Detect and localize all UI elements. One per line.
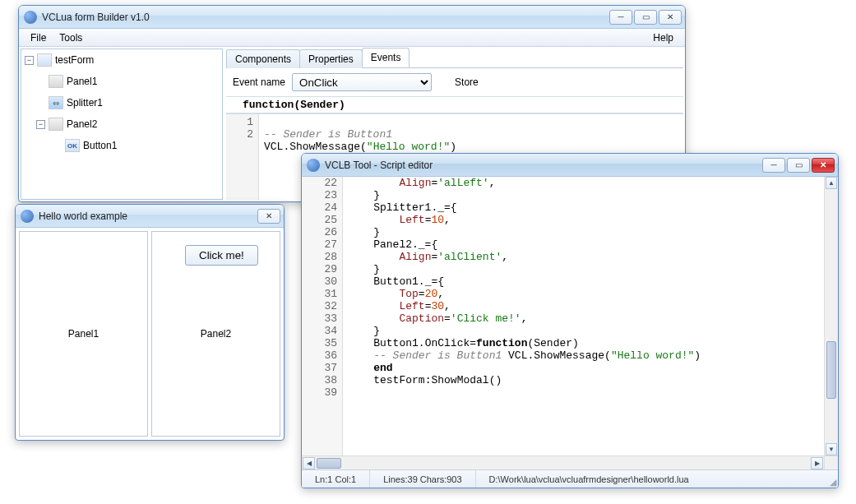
- gutter-line: 26: [302, 226, 337, 238]
- scroll-down-icon[interactable]: ▼: [826, 443, 837, 455]
- close-button[interactable]: ✕: [812, 158, 835, 173]
- gutter-line: 32: [302, 300, 337, 312]
- scroll-thumb[interactable]: [826, 341, 836, 399]
- status-bar: Ln:1 Col:1 Lines:39 Chars:903 D:\Work\lu…: [302, 469, 838, 488]
- expander-icon[interactable]: −: [36, 120, 45, 129]
- menubar: File Tools Help: [19, 29, 685, 47]
- maximize-button[interactable]: ▭: [787, 158, 810, 173]
- gutter-line: 37: [302, 362, 337, 374]
- gutter-line: 23: [302, 189, 337, 201]
- gutter-line: 22: [302, 177, 337, 189]
- code-line: Button1.OnClick=function(Sender): [348, 337, 824, 349]
- close-button[interactable]: ✕: [257, 209, 280, 224]
- code-line: Align='alLeft',: [348, 177, 824, 189]
- gutter-line: 25: [302, 214, 337, 226]
- gutter-line: 31: [302, 288, 337, 300]
- panel-icon: [49, 118, 63, 131]
- panel1-label: Panel1: [68, 328, 99, 340]
- component-tree[interactable]: − testForm Panel1 ⇔ Splitter1 − Panel2: [21, 49, 223, 200]
- tree-node-splitter1[interactable]: Splitter1: [67, 97, 103, 109]
- tab-properties[interactable]: Properties: [299, 49, 363, 68]
- menu-help[interactable]: Help: [646, 30, 680, 45]
- tree-node-panel2[interactable]: Panel2: [67, 118, 97, 130]
- scroll-left-icon[interactable]: ◀: [303, 457, 315, 469]
- code-line: }: [348, 325, 824, 337]
- tab-components[interactable]: Components: [226, 49, 300, 68]
- panel-icon: [49, 75, 63, 88]
- event-name-label: Event name: [233, 76, 285, 88]
- gutter-line: 1: [228, 116, 253, 128]
- code-line: end: [348, 362, 824, 374]
- panel1: Panel1: [19, 231, 148, 437]
- code-line: -- Sender is Button1 VCL.ShowMessage("He…: [348, 349, 824, 362]
- status-stats: Lines:39 Chars:903: [370, 470, 475, 488]
- expander-icon[interactable]: −: [25, 56, 34, 65]
- splitter-icon: ⇔: [49, 96, 63, 109]
- tab-events[interactable]: Events: [362, 48, 410, 67]
- status-path: D:\Work\lua\vclua\vcluafrmdesigner\hello…: [476, 470, 825, 488]
- gutter-line: 2: [228, 128, 253, 141]
- main-title: VCLua form Builder v1.0: [42, 12, 609, 23]
- code-line: Panel2._={: [348, 238, 824, 251]
- vertical-scrollbar[interactable]: ▲ ▼: [824, 177, 838, 455]
- resize-grip-icon[interactable]: ◢: [825, 477, 838, 488]
- tree-node-testform[interactable]: testForm: [55, 54, 94, 66]
- scroll-thumb[interactable]: [317, 458, 341, 469]
- tree-node-button1[interactable]: Button1: [83, 140, 117, 151]
- gutter-line: 28: [302, 251, 337, 263]
- gutter-line: 35: [302, 337, 337, 349]
- event-toolbar: Event name OnClick Store: [226, 68, 683, 97]
- code-line: Left=10,: [348, 214, 824, 226]
- event-name-select[interactable]: OnClick: [292, 73, 432, 91]
- hello-title: Hello world example: [39, 210, 257, 222]
- scroll-up-icon[interactable]: ▲: [826, 177, 837, 189]
- code-line: -- Sender is Button1: [264, 128, 392, 141]
- gutter-line: 33: [302, 312, 337, 325]
- tab-row: Components Properties Events: [226, 49, 683, 68]
- button-icon: OK: [65, 139, 80, 152]
- function-header: function(Sender): [226, 97, 683, 113]
- code-line: VCL.ShowMessage("Hello word!"): [264, 141, 456, 153]
- code-line: Caption='Click me!',: [348, 312, 824, 325]
- close-button[interactable]: ✕: [659, 10, 682, 25]
- menu-file[interactable]: File: [24, 30, 53, 45]
- code-line: Top=20,: [348, 288, 824, 300]
- panel2: Click me! Panel2: [151, 231, 280, 437]
- editor-titlebar[interactable]: VCLB Tool - Script editor ─ ▭ ✕: [302, 154, 838, 177]
- gutter-line: 24: [302, 201, 337, 214]
- code-line: Align='alClient',: [348, 251, 824, 263]
- status-position: Ln:1 Col:1: [302, 470, 370, 488]
- minimize-button[interactable]: ─: [762, 158, 785, 173]
- hello-world-window: Hello world example ✕ Panel1 Click me! P…: [15, 204, 285, 441]
- code-line: Left=30,: [348, 300, 824, 312]
- store-button[interactable]: Store: [455, 76, 479, 88]
- script-editor-window: VCLB Tool - Script editor ─ ▭ ✕ 22232425…: [301, 153, 839, 488]
- gutter-line: 38: [302, 374, 337, 386]
- scroll-right-icon[interactable]: ▶: [811, 457, 823, 469]
- code-line: }: [348, 226, 824, 238]
- gutter-line: 30: [302, 275, 337, 288]
- minimize-button[interactable]: ─: [609, 10, 632, 25]
- app-icon: [307, 159, 320, 172]
- hello-titlebar[interactable]: Hello world example ✕: [16, 205, 284, 228]
- menu-tools[interactable]: Tools: [53, 30, 89, 45]
- horizontal-scrollbar[interactable]: ◀ ▶: [302, 455, 838, 469]
- app-icon: [21, 210, 34, 223]
- app-icon: [24, 11, 37, 24]
- gutter-line: 29: [302, 263, 337, 275]
- gutter-line: 39: [302, 386, 337, 399]
- tree-node-panel1[interactable]: Panel1: [67, 76, 97, 87]
- editor-title: VCLB Tool - Script editor: [325, 160, 762, 171]
- code-line: }: [348, 263, 824, 275]
- code-line: testForm:ShowModal(): [348, 374, 824, 386]
- click-me-button[interactable]: Click me!: [185, 245, 258, 266]
- gutter-line: 34: [302, 325, 337, 337]
- maximize-button[interactable]: ▭: [634, 10, 657, 25]
- code-line: Splitter1._={: [348, 201, 824, 214]
- gutter-line: 27: [302, 238, 337, 251]
- gutter-line: 36: [302, 349, 337, 362]
- script-code-editor[interactable]: 222324252627282930313233343536373839 Ali…: [302, 177, 838, 455]
- form-icon: [37, 53, 52, 67]
- code-line: }: [348, 189, 824, 201]
- main-titlebar[interactable]: VCLua form Builder v1.0 ─ ▭ ✕: [19, 6, 685, 29]
